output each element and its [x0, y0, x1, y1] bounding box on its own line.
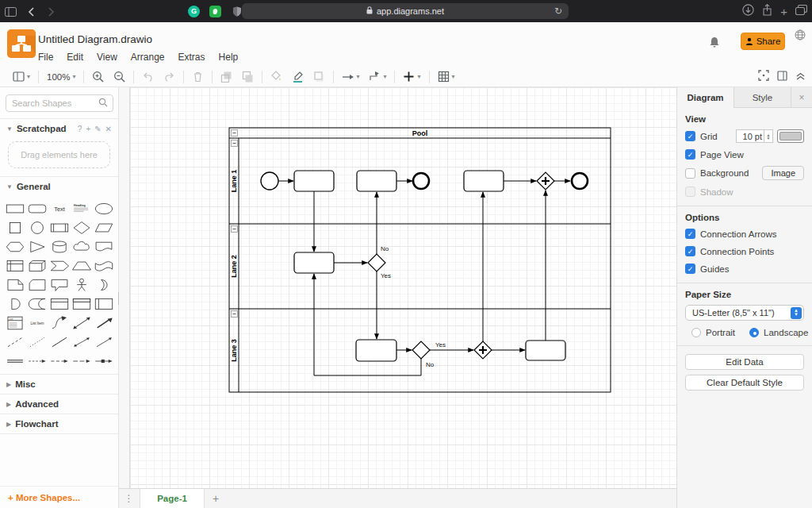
misc-section-header[interactable]: ▶ Misc — [0, 374, 118, 394]
bpmn-diagram[interactable]: PoolLane 1Lane 2Lane 3NoYesYesNo — [130, 87, 676, 488]
task[interactable] — [356, 340, 396, 361]
language-globe-icon[interactable] — [795, 29, 806, 44]
shape-internal-storage[interactable] — [4, 256, 26, 275]
zoom-level-dropdown[interactable]: 100%▾ — [42, 68, 80, 86]
shape-dashed-arrow-1[interactable] — [26, 352, 48, 371]
to-back-button[interactable] — [237, 68, 259, 86]
task[interactable] — [294, 171, 334, 191]
share-icon[interactable] — [762, 4, 772, 19]
diagram-canvas[interactable]: PoolLane 1Lane 2Lane 3NoYesYesNo — [119, 87, 676, 488]
waypoint-style-dropdown[interactable]: ▾ — [364, 68, 391, 86]
grammarly-extension-icon[interactable]: G — [188, 6, 200, 17]
collapse-toolbar-button[interactable] — [795, 70, 806, 84]
browser-back-icon[interactable] — [21, 6, 41, 17]
notifications-bell-icon[interactable] — [709, 37, 720, 52]
downloads-icon[interactable] — [742, 4, 754, 19]
table-dropdown[interactable]: ▾ — [433, 68, 460, 86]
shape-and[interactable] — [4, 294, 26, 314]
add-page-button[interactable]: + — [205, 492, 227, 505]
shape-list-item[interactable]: List Item — [26, 314, 48, 333]
shape-circle[interactable] — [26, 218, 48, 237]
shape-parallelogram[interactable] — [93, 218, 115, 237]
grid-color-swatch[interactable] — [777, 129, 804, 143]
page-view-checkbox[interactable]: ✓ — [685, 149, 695, 160]
shape-textbox[interactable]: Heading — [71, 199, 93, 218]
clear-default-style-button[interactable]: Clear Default Style — [685, 375, 804, 391]
undo-button[interactable] — [137, 68, 159, 86]
shadow-button[interactable] — [308, 68, 330, 86]
scratchpad-close-icon[interactable]: ✕ — [105, 125, 112, 133]
menu-arrange[interactable]: Arrange — [131, 52, 165, 63]
background-image-button[interactable]: Image — [762, 166, 804, 180]
task[interactable] — [357, 171, 396, 191]
shape-or[interactable] — [93, 275, 115, 294]
search-shapes-input[interactable] — [6, 94, 113, 112]
shape-window[interactable] — [71, 294, 93, 314]
general-section-header[interactable]: ▼ General — [0, 176, 118, 196]
shape-trapezoid[interactable] — [71, 256, 93, 275]
shape-dashed-arrow-2[interactable] — [48, 352, 71, 371]
flowchart-section-header[interactable]: ▶ Flowchart — [0, 414, 118, 434]
zoom-in-button[interactable] — [87, 68, 109, 86]
shape-bidirectional-arrow[interactable] — [71, 314, 93, 333]
fullscreen-button[interactable] — [758, 70, 769, 84]
evernote-extension-icon[interactable] — [209, 6, 221, 17]
line-color-button[interactable] — [287, 68, 308, 86]
shape-connector-with-symbol[interactable] — [93, 352, 115, 371]
shape-square[interactable] — [4, 218, 26, 237]
shape-rounded-rectangle[interactable] — [26, 199, 48, 218]
shape-hexagon[interactable] — [4, 237, 26, 256]
shape-list[interactable]: List — [4, 314, 26, 333]
close-panel-icon[interactable]: × — [791, 87, 812, 107]
shape-horizontal-container[interactable] — [93, 294, 115, 314]
format-panel-toggle-button[interactable] — [777, 70, 787, 84]
shape-process[interactable] — [48, 218, 71, 237]
shape-dashed-line[interactable] — [4, 333, 26, 352]
task[interactable] — [294, 252, 334, 273]
advanced-section-header[interactable]: ▶ Advanced — [0, 394, 118, 414]
menu-extras[interactable]: Extras — [178, 52, 205, 63]
scratchpad-section-header[interactable]: ▼ Scratchpad ? + ✎ ✕ — [0, 118, 118, 138]
shape-container[interactable] — [48, 294, 71, 314]
shape-actor[interactable] — [71, 275, 93, 294]
end-event[interactable] — [413, 173, 429, 189]
shape-dashed-arrow-3[interactable] — [71, 352, 93, 371]
browser-sidebar-icon[interactable] — [0, 6, 21, 17]
delete-button[interactable] — [187, 68, 209, 86]
shape-cloud[interactable] — [71, 237, 93, 256]
shape-dotted-line[interactable] — [26, 333, 48, 352]
fill-color-button[interactable] — [266, 68, 287, 86]
shape-bidirectional-connector[interactable] — [71, 333, 93, 352]
edit-data-button[interactable]: Edit Data — [685, 354, 804, 370]
connection-points-checkbox[interactable]: ✓ — [685, 246, 695, 256]
shape-link[interactable] — [4, 352, 26, 371]
view-panel-button[interactable]: ▾ — [8, 68, 35, 86]
browser-forward-icon[interactable] — [41, 6, 62, 17]
portrait-radio[interactable] — [691, 328, 701, 337]
start-event[interactable] — [261, 172, 278, 190]
scratchpad-add-icon[interactable]: + — [86, 125, 90, 133]
shape-diamond[interactable] — [71, 218, 93, 237]
shape-triangle[interactable] — [26, 237, 48, 256]
shadow-checkbox[interactable] — [685, 187, 695, 197]
to-front-button[interactable] — [216, 68, 237, 86]
grid-checkbox[interactable]: ✓ — [685, 131, 695, 141]
scratchpad-edit-icon[interactable]: ✎ — [94, 125, 101, 133]
shape-arrow[interactable] — [93, 314, 115, 333]
zoom-out-button[interactable] — [109, 68, 130, 86]
shape-document[interactable] — [93, 237, 115, 256]
insert-dropdown[interactable]: ▾ — [398, 68, 425, 86]
shape-cylinder[interactable] — [48, 237, 71, 256]
landscape-radio[interactable] — [749, 328, 759, 337]
shape-curve[interactable] — [48, 314, 71, 333]
shape-cube[interactable] — [26, 256, 48, 275]
drawing-page[interactable]: PoolLane 1Lane 2Lane 3NoYesYesNo — [129, 87, 676, 488]
more-shapes-button[interactable]: + More Shapes... — [0, 486, 118, 508]
shape-directional-connector[interactable] — [93, 333, 115, 352]
shape-data-storage[interactable] — [26, 294, 48, 314]
menu-file[interactable]: File — [38, 52, 53, 63]
scratchpad-help-icon[interactable]: ? — [78, 125, 82, 133]
shape-line[interactable] — [48, 333, 71, 352]
grid-size-stepper[interactable]: ▲▼ — [764, 129, 773, 143]
tab-style[interactable]: Style — [734, 87, 791, 107]
